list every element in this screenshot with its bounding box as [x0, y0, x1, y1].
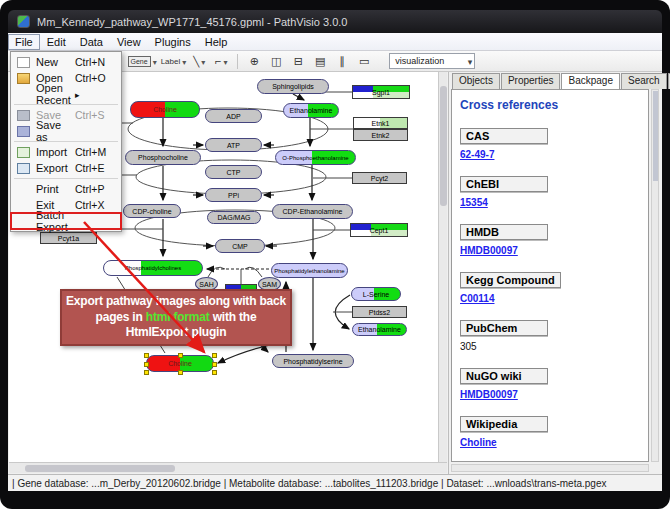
crossref-section-chebi: ChEBI15354 — [460, 174, 648, 208]
visualization-combobox[interactable]: visualization — [389, 53, 475, 69]
menu-item-spacer — [17, 200, 30, 211]
crossref-link[interactable]: Choline — [460, 437, 648, 448]
menu-data[interactable]: Data — [73, 34, 110, 50]
menu-item-new[interactable]: NewCtrl+N — [11, 54, 121, 70]
node-phosphatidylcholines[interactable]: Phosphatidylcholines — [103, 260, 203, 276]
canvas-horizontal-scrollbar[interactable] — [9, 462, 447, 473]
node-sgpl1[interactable]: Sgpl1 — [352, 85, 410, 99]
crossref-source-label: Kegg Compound — [460, 272, 561, 288]
selection-handle[interactable] — [212, 353, 217, 358]
node-o-phosphoethanolamine[interactable]: O-Phosphoethanolamine — [275, 150, 356, 165]
tab-properties[interactable]: Properties — [501, 73, 561, 89]
node-pcyt2[interactable]: Pcyt2 — [352, 172, 407, 184]
node-ethanolamine[interactable]: Ethanolamine — [283, 103, 339, 118]
menu-item-print[interactable]: PrintCtrl+P — [11, 181, 121, 197]
distribute-vertical-button[interactable] — [310, 52, 330, 70]
selection-handle[interactable] — [178, 370, 183, 375]
scrollbar-thumb[interactable] — [25, 465, 175, 472]
node-atp[interactable]: ATP — [205, 138, 262, 152]
node-cmp[interactable]: CMP — [215, 239, 265, 253]
title-bar: Mm_Kennedy_pathway_WP1771_45176.gpml - P… — [8, 10, 662, 33]
align-stack-icon — [294, 56, 303, 67]
import-icon — [17, 147, 30, 158]
scrollbar-thumb[interactable] — [440, 86, 447, 206]
selection-handle[interactable] — [178, 353, 183, 358]
annotation-callout: Export pathway images along with back pa… — [60, 289, 292, 346]
crossref-link[interactable]: HMDB00097 — [460, 389, 648, 400]
node-choline[interactable]: Choline — [130, 101, 200, 118]
tab-search[interactable]: Search — [621, 73, 667, 89]
node-dag-mag[interactable]: DAG/MAG — [207, 211, 261, 224]
node-label: Phosphocholine — [138, 154, 188, 161]
scrollbar-thumb[interactable] — [653, 91, 658, 181]
backpage-horizontal-scrollbar[interactable] — [451, 464, 649, 472]
node-label: Phosphatidylserine — [283, 358, 342, 365]
menu-item-open-recent[interactable]: Open Recent — [11, 86, 121, 102]
node-phosphocholine[interactable]: Phosphocholine — [125, 150, 201, 165]
backpage-vertical-scrollbar[interactable] — [651, 89, 659, 462]
node-adp[interactable]: ADP — [205, 109, 262, 123]
menu-item-shortcut: Ctrl+S — [75, 109, 117, 121]
node-etnk1[interactable]: Etnk1 — [353, 117, 408, 129]
crossref-section-pubchem: PubChem305 — [460, 318, 648, 352]
crossref-link[interactable]: 15354 — [460, 197, 648, 208]
node-etnk2[interactable]: Etnk2 — [353, 129, 408, 141]
line-tool-button[interactable] — [189, 52, 209, 70]
new-datanode-button[interactable]: Gene — [127, 52, 158, 70]
selection-handle[interactable] — [212, 370, 217, 375]
menu-item-spacer — [17, 184, 30, 195]
selection-handle[interactable] — [144, 370, 149, 375]
node-phosphatidylethanolamine[interactable]: Phosphatidylethanolamine — [271, 263, 348, 278]
node-pcyt1a[interactable]: Pcyt1a — [40, 232, 97, 244]
menu-item-export[interactable]: ExportCtrl+E — [11, 160, 121, 176]
open-folder-icon — [17, 73, 30, 84]
menu-plugins[interactable]: Plugins — [148, 34, 198, 50]
menu-item-shortcut: Ctrl+E — [75, 162, 117, 174]
annotation-highlight: html format — [146, 310, 210, 324]
distribute-horizontal-button[interactable] — [266, 52, 286, 70]
node-cdp-choline[interactable]: CDP-choline — [123, 204, 181, 218]
tab-backpage[interactable]: Backpage — [561, 73, 619, 89]
visualization-value: visualization — [395, 56, 444, 66]
node-label: Ethanolamine — [290, 107, 333, 114]
new-file-icon — [17, 57, 30, 68]
node-phosphatidylserine[interactable]: Phosphatidylserine — [272, 354, 354, 368]
menu-view[interactable]: View — [110, 34, 148, 50]
selection-handle[interactable] — [144, 353, 149, 358]
canvas-vertical-scrollbar[interactable] — [438, 72, 447, 462]
align-center-button[interactable] — [244, 52, 264, 70]
menu-item-batch-export[interactable]: Batch Export — [11, 213, 121, 229]
node-sphingolipids[interactable]: Sphingolipids — [257, 79, 329, 94]
node-ethanolamine[interactable]: Ethanolamine — [352, 323, 407, 336]
selection-handle[interactable] — [212, 362, 217, 367]
align-stack-button[interactable] — [288, 52, 308, 70]
node-ptdss2[interactable]: Ptdss2 — [352, 306, 407, 318]
new-label-button[interactable]: Label — [160, 52, 188, 70]
save-icon — [17, 110, 30, 121]
export-icon — [17, 163, 30, 174]
node-cept1[interactable]: Cept1 — [350, 223, 408, 237]
node-choline[interactable]: Choline — [146, 355, 214, 372]
menu-item-import[interactable]: ImportCtrl+M — [11, 144, 121, 160]
crossref-link[interactable]: C00114 — [460, 293, 648, 304]
crossref-sections: CAS62-49-7ChEBI15354HMDBHMDB00097Kegg Co… — [460, 126, 648, 448]
common-width-button[interactable] — [332, 52, 352, 70]
label-tool-icon: Label — [161, 57, 181, 66]
node-cdp-ethanolamine[interactable]: CDP-Ethanolamine — [272, 204, 353, 219]
node-ppi[interactable]: PPi — [205, 188, 262, 202]
common-height-button[interactable] — [354, 52, 374, 70]
connector-tool-button[interactable] — [211, 52, 231, 70]
tab-objects[interactable]: Objects — [452, 73, 500, 89]
crossref-link[interactable]: HMDB00097 — [460, 245, 648, 256]
toolbar-separator — [237, 54, 238, 69]
menu-help[interactable]: Help — [198, 34, 235, 50]
menu-file[interactable]: File — [8, 34, 40, 50]
crossref-link[interactable]: 62-49-7 — [460, 149, 648, 160]
selection-handle[interactable] — [144, 362, 149, 367]
node-l-serine[interactable]: L-Serine — [351, 287, 401, 301]
node-label: CDP-Ethanolamine — [283, 208, 343, 215]
backpage-panel: Cross references CAS62-49-7ChEBI15354HMD… — [451, 89, 649, 462]
menu-edit[interactable]: Edit — [40, 34, 73, 50]
menu-item-save-as[interactable]: Save as — [11, 123, 121, 139]
node-ctp[interactable]: CTP — [205, 165, 262, 179]
